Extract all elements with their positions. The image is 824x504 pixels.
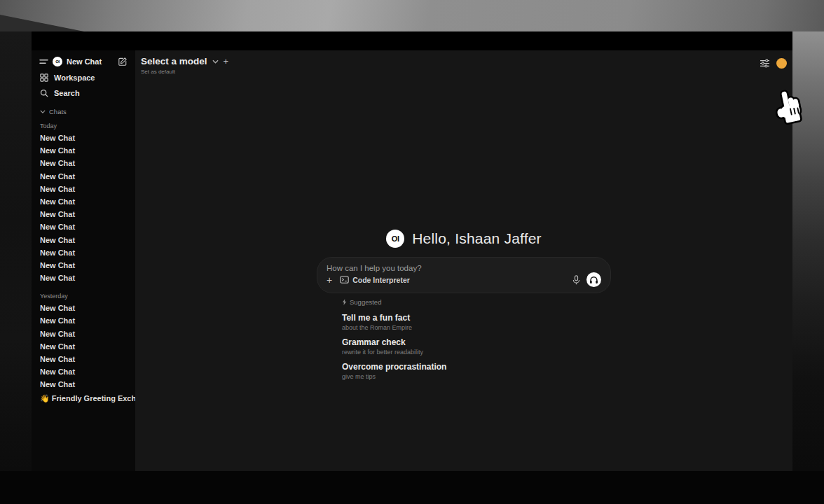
code-interpreter-toggle[interactable]: Code Interpreter: [340, 276, 410, 284]
suggested-prompt[interactable]: Tell me a fun fact about the Roman Empir…: [342, 313, 611, 331]
model-selector[interactable]: Select a model +: [141, 56, 228, 66]
header-right-controls: [760, 58, 787, 69]
chat-list-item[interactable]: New Chat: [32, 378, 135, 391]
composer-toolbar: + Code Interpreter: [327, 272, 601, 287]
app-logo: OI: [53, 57, 62, 66]
chevron-down-icon: [40, 110, 46, 113]
chat-list-item[interactable]: New Chat: [32, 132, 135, 144]
new-chat-icon[interactable]: [118, 57, 128, 66]
model-selector-label: Select a model: [141, 56, 207, 66]
chat-list-item[interactable]: New Chat: [32, 234, 135, 246]
code-interpreter-label: Code Interpreter: [352, 276, 410, 284]
search-label: Search: [54, 89, 80, 97]
desktop-background-right: [792, 31, 824, 504]
chat-list-item[interactable]: New Chat: [32, 328, 135, 340]
chat-list-item[interactable]: New Chat: [32, 246, 135, 259]
sidebar-item-workspace[interactable]: Workspace: [32, 70, 135, 85]
model-chevron-down-icon: [212, 59, 219, 64]
sidebar-toggle-icon[interactable]: [39, 58, 48, 65]
sidebar: OI New Chat: [32, 50, 135, 471]
suggested-prompt-title: Grammar check: [342, 337, 611, 347]
chat-list-item[interactable]: New Chat: [32, 259, 135, 272]
terminal-icon: [340, 276, 349, 284]
chat-list-item[interactable]: New Chat: [32, 144, 135, 157]
chat-list-item[interactable]: New Chat: [32, 170, 135, 183]
set-as-default-link[interactable]: Set as default: [141, 69, 228, 75]
open-webui-window: OI New Chat: [32, 31, 792, 471]
bolt-icon: [342, 299, 347, 305]
chat-group-label-today: Today: [32, 117, 135, 132]
suggested-section: Suggested Tell me a fun fact about the R…: [317, 298, 611, 380]
chat-list-item[interactable]: New Chat: [32, 272, 135, 284]
suggested-prompt-subtitle: give me tips: [342, 373, 611, 380]
chat-group-label-yesterday: Yesterday: [32, 284, 135, 302]
workspace-grid-icon: [40, 74, 48, 82]
chats-section-label: Chats: [49, 108, 67, 115]
welcome-block: OI Hello, Ishaan Jaffer How can I help y…: [317, 230, 611, 386]
suggested-prompt-title: Tell me a fun fact: [342, 313, 611, 323]
headphones-icon: [589, 276, 598, 284]
user-avatar[interactable]: [776, 58, 787, 69]
chat-list-item[interactable]: New Chat: [32, 302, 135, 314]
chat-list-yesterday: New ChatNew ChatNew ChatNew ChatNew Chat…: [32, 302, 135, 391]
model-selector-block: Select a model + Set as default: [141, 56, 228, 75]
chat-list-item[interactable]: New Chat: [32, 353, 135, 365]
chat-list-item[interactable]: New Chat: [32, 340, 135, 353]
suggested-prompt-title: Overcome procrastination: [342, 362, 611, 372]
suggested-prompt-subtitle: about the Roman Empire: [342, 324, 611, 331]
message-input-placeholder[interactable]: How can I help you today?: [327, 264, 601, 272]
chat-list-item[interactable]: New Chat: [32, 183, 135, 195]
chat-list-today: New ChatNew ChatNew ChatNew ChatNew Chat…: [32, 132, 135, 284]
chat-item-friendly-greeting-exchange[interactable]: 👋 Friendly Greeting Exchange: [32, 392, 135, 405]
microphone-icon[interactable]: [572, 275, 580, 285]
suggested-header: Suggested: [342, 298, 611, 306]
sidebar-header: OI New Chat: [32, 50, 135, 70]
chat-list-item[interactable]: New Chat: [32, 195, 135, 208]
main-header: Select a model + Set as default: [135, 50, 792, 75]
greeting-text: Hello, Ishaan Jaffer: [412, 230, 542, 247]
suggested-prompt[interactable]: Grammar check rewrite it for better read…: [342, 337, 611, 356]
voice-call-button[interactable]: [586, 272, 601, 287]
chat-list-item[interactable]: New Chat: [32, 208, 135, 220]
greeting-row: OI Hello, Ishaan Jaffer: [317, 230, 611, 248]
sidebar-item-search[interactable]: Search: [32, 85, 135, 101]
controls-sliders-icon[interactable]: [760, 59, 770, 68]
chat-list-item[interactable]: New Chat: [32, 157, 135, 169]
suggested-prompt-subtitle: rewrite it for better readability: [342, 349, 611, 356]
desktop-background-bottom: [0, 471, 824, 504]
chat-list-item[interactable]: New Chat: [32, 314, 135, 327]
window-top-bar: [32, 31, 792, 50]
desktop: OI New Chat: [0, 0, 824, 504]
main-content: Select a model + Set as default: [135, 50, 792, 471]
chats-section-toggle[interactable]: Chats: [32, 101, 135, 117]
attach-plus-button[interactable]: +: [327, 275, 332, 285]
chat-list-item[interactable]: New Chat: [32, 220, 135, 233]
search-icon: [40, 89, 48, 97]
workspace-label: Workspace: [54, 74, 95, 82]
sidebar-new-chat-title[interactable]: New Chat: [67, 57, 114, 66]
suggested-prompt[interactable]: Overcome procrastination give me tips: [342, 362, 611, 380]
desktop-background-top: [0, 0, 824, 31]
add-model-button[interactable]: +: [224, 57, 229, 66]
suggested-label: Suggested: [350, 298, 381, 306]
greeting-logo: OI: [386, 230, 404, 248]
message-composer[interactable]: How can I help you today? +: [317, 257, 611, 293]
desktop-background-left: [0, 31, 32, 504]
chat-list-item[interactable]: New Chat: [32, 365, 135, 378]
suggested-list: Tell me a fun fact about the Roman Empir…: [342, 313, 611, 380]
